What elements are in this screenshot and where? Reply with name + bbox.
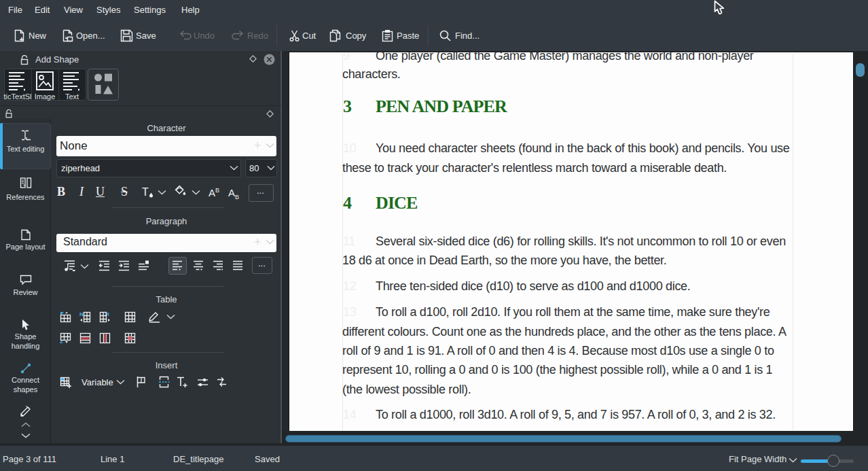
svg-text:Z: Z bbox=[60, 338, 63, 344]
svg-text:N: N bbox=[79, 311, 84, 317]
